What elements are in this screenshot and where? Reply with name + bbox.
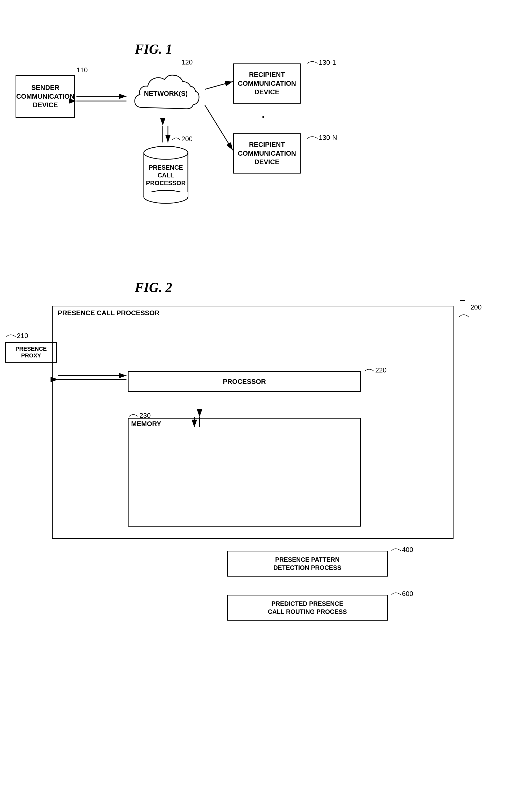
label-220: 220 (363, 366, 389, 378)
sender-label: SENDERCOMMUNICATIONDEVICE (16, 83, 75, 110)
label-130-1: 130-1 (304, 58, 335, 70)
pattern-label: PRESENCE PATTERNDETECTION PROCESS (273, 555, 342, 571)
svg-text:NETWORK(S): NETWORK(S) (144, 90, 188, 97)
sender-box: SENDERCOMMUNICATIONDEVICE (16, 75, 75, 118)
label-200-fig2: 200 (456, 299, 482, 322)
fig1-arrows (0, 16, 531, 249)
svg-text:PROCESSOR: PROCESSOR (146, 179, 186, 187)
label-400: 400 (390, 546, 416, 557)
svg-text:CALL: CALL (158, 172, 174, 179)
fig1-area: FIG. 1 SENDERCOMMUNICATIONDEVICE 110 NET… (0, 16, 531, 249)
svg-line-15 (205, 82, 233, 89)
fig2-area: FIG. 2 200 PRESENCE CALL PROCESSOR PROCE… (0, 272, 531, 557)
dots-separator: · (262, 111, 264, 123)
recipientn-label: RECIPIENTCOMMUNICATIONDEVICE (238, 140, 296, 166)
label-230: 230 (128, 411, 154, 423)
label-200-fig1: 200 (171, 135, 192, 146)
label-130-n: 130-N (304, 133, 338, 146)
label-600: 600 (390, 590, 416, 602)
routing-process-box: PREDICTED PRESENCECALL ROUTING PROCESS (227, 595, 388, 621)
svg-text:200: 200 (182, 135, 192, 143)
svg-text:230: 230 (140, 411, 150, 419)
pattern-detection-box: PRESENCE PATTERNDETECTION PROCESS (227, 551, 388, 577)
svg-text:220: 220 (375, 366, 386, 374)
recipient1-label: RECIPIENTCOMMUNICATIONDEVICE (238, 70, 296, 97)
svg-point-4 (144, 146, 188, 159)
memory-box: MEMORY PRESENCE PATTERNDETECTION PROCESS… (128, 418, 361, 526)
svg-text:130-N: 130-N (319, 134, 337, 142)
presence-cylinder: PRESENCE CALL PROCESSOR (139, 143, 193, 205)
fig1-title: FIG. 1 (135, 41, 172, 57)
svg-line-16 (205, 105, 233, 150)
routing-label: PREDICTED PRESENCECALL ROUTING PROCESS (268, 599, 347, 616)
label-120: 120 (182, 58, 192, 66)
svg-text:PRESENCE: PRESENCE (149, 164, 183, 171)
svg-text:130-1: 130-1 (319, 59, 335, 66)
svg-text:600: 600 (402, 590, 413, 597)
network-cloud: NETWORK(S) (127, 66, 205, 126)
svg-text:200: 200 (470, 303, 482, 311)
fig2-outer-label: PRESENCE CALL PROCESSOR (58, 309, 159, 317)
processor-label: PROCESSOR (223, 378, 266, 386)
processor-box: PROCESSOR (128, 371, 361, 392)
page: FIG. 1 SENDERCOMMUNICATIONDEVICE 110 NET… (0, 0, 531, 812)
svg-text:400: 400 (402, 546, 413, 553)
fig2-title: FIG. 2 (135, 280, 172, 295)
recipient-box-1: RECIPIENTCOMMUNICATIONDEVICE (233, 63, 301, 104)
label-210: 210 (5, 332, 31, 344)
presence-proxy-label: PRESENCE PROXY (6, 346, 56, 359)
svg-rect-6 (144, 192, 188, 197)
label-110: 110 (76, 66, 88, 74)
recipient-box-n: RECIPIENTCOMMUNICATIONDEVICE (233, 133, 301, 174)
presence-proxy-box: PRESENCE PROXY (5, 342, 57, 363)
fig2-outer-box: PRESENCE CALL PROCESSOR PROCESSOR 220 ME… (52, 306, 454, 539)
svg-text:210: 210 (17, 332, 28, 339)
